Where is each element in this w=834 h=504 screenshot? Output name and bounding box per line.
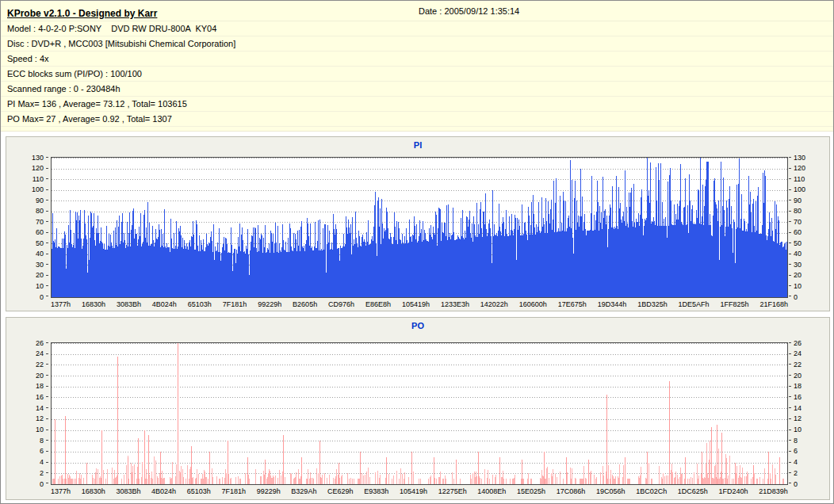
- x-axis-label: 1DE5AFh: [679, 300, 710, 308]
- y-axis-label: 90: [36, 197, 44, 204]
- po-y-axis-left: 02468101214161820222426: [8, 342, 49, 485]
- y-axis-tick: [46, 364, 48, 365]
- x-axis-label: 99229h: [258, 300, 281, 308]
- y-axis-tick: [46, 221, 48, 222]
- pi-chart-title: PI: [6, 140, 829, 150]
- y-axis-label: 100: [794, 186, 805, 193]
- y-axis-tick: [789, 418, 791, 419]
- y-axis-label: 80: [794, 208, 801, 215]
- y-axis-tick: [789, 375, 791, 376]
- y-axis-label: 18: [36, 383, 44, 390]
- y-axis-label: 0: [40, 481, 44, 488]
- pi-x-axis: 1377h16830h3083Bh4B024h65103h7F181h99229…: [51, 300, 788, 308]
- y-axis-tick: [789, 178, 791, 179]
- y-axis-tick: [46, 242, 48, 243]
- x-axis-label: 1377h: [51, 300, 71, 308]
- y-axis-tick: [46, 375, 48, 376]
- y-axis-tick: [789, 472, 791, 473]
- y-axis-label: 12: [794, 415, 801, 422]
- y-axis-label: 6: [40, 448, 44, 455]
- x-axis-label: 7F181h: [221, 487, 246, 495]
- x-axis-label: 16830h: [82, 487, 105, 495]
- info-scanned-range: Scanned range : 0 - 230484h: [1, 82, 833, 97]
- y-axis-label: 16: [794, 394, 801, 401]
- y-axis-label: 22: [794, 361, 801, 368]
- y-axis-label: 0: [794, 481, 798, 488]
- y-axis-tick: [46, 232, 48, 233]
- y-axis-label: 18: [794, 383, 801, 390]
- x-axis-label: 17E675h: [558, 300, 587, 308]
- y-axis-tick: [46, 189, 48, 190]
- x-axis-label: 19D344h: [598, 300, 627, 308]
- y-axis-tick: [46, 200, 48, 200]
- x-axis-label: 3083Bh: [116, 487, 140, 495]
- x-axis-label: 1377h: [51, 487, 71, 495]
- y-axis-tick: [789, 483, 791, 483]
- y-axis-tick: [789, 200, 791, 200]
- y-axis-tick: [789, 242, 791, 243]
- y-axis-label: 20: [36, 272, 44, 279]
- y-axis-tick: [789, 386, 791, 387]
- y-axis-tick: [789, 264, 791, 265]
- po-y-axis-right: 02468101214161820222426: [788, 342, 829, 485]
- y-axis-tick: [46, 440, 48, 441]
- y-axis-tick: [46, 264, 48, 265]
- x-axis-label: E86E8h: [365, 300, 391, 308]
- y-axis-label: 4: [794, 459, 798, 466]
- y-axis-label: 10: [794, 426, 801, 433]
- y-axis-label: 10: [794, 283, 801, 290]
- x-axis-label: 19C056h: [596, 487, 626, 495]
- x-axis-label: 1BD325h: [637, 300, 668, 308]
- pi-chart: PI 0102030405060708090100110120130 01020…: [6, 136, 830, 311]
- kprobe-window: KProbe v2.1.0 - Designed by Karr Date : …: [0, 0, 834, 504]
- x-axis-label: 160600h: [519, 300, 547, 308]
- x-axis-label: 99229h: [257, 487, 281, 495]
- x-axis-label: 1FF825h: [721, 300, 749, 308]
- info-model: Model : 4-0-2-0 P:SONY DVD RW DRU-800A K…: [1, 21, 833, 36]
- y-axis-label: 24: [36, 350, 44, 357]
- y-axis-tick: [46, 386, 48, 387]
- x-axis-label: 105419h: [402, 300, 430, 308]
- y-axis-tick: [46, 418, 48, 419]
- y-axis-label: 10: [36, 426, 44, 433]
- po-chart-title: PO: [6, 321, 829, 330]
- scan-date: Date : 2005/09/12 1:35:14: [419, 6, 519, 16]
- x-axis-label: 12275Eh: [438, 487, 467, 495]
- pi-plot-area: [51, 157, 788, 298]
- y-axis-tick: [789, 440, 791, 441]
- y-axis-tick: [46, 254, 48, 254]
- y-axis-tick: [789, 189, 791, 190]
- y-axis-label: 70: [794, 219, 801, 226]
- y-axis-tick: [789, 364, 791, 365]
- y-axis-tick: [789, 430, 791, 430]
- y-axis-label: 20: [794, 272, 801, 279]
- y-axis-label: 30: [794, 262, 801, 269]
- y-axis-label: 60: [36, 229, 44, 236]
- y-axis-label: 120: [794, 165, 805, 172]
- y-axis-label: 50: [36, 240, 44, 247]
- y-axis-label: 40: [794, 250, 801, 258]
- y-axis-label: 2: [794, 470, 798, 477]
- x-axis-label: 65103h: [188, 300, 212, 308]
- y-axis-tick: [46, 451, 48, 452]
- y-axis-label: 6: [794, 448, 798, 455]
- y-axis-label: 4: [40, 459, 44, 466]
- scan-info-header: KProbe v2.1.0 - Designed by Karr Date : …: [1, 1, 833, 132]
- y-axis-label: 60: [794, 229, 801, 236]
- x-axis-label: 1FD240h: [719, 487, 748, 495]
- x-axis-label: B2605h: [293, 300, 317, 308]
- y-axis-tick: [46, 472, 48, 473]
- y-axis-label: 24: [794, 350, 801, 357]
- y-axis-label: 100: [32, 186, 44, 193]
- y-axis-tick: [789, 342, 791, 343]
- po-chart: PO 02468101214161820222426 0246810121416…: [6, 317, 830, 500]
- x-axis-label: 21D839h: [759, 487, 788, 495]
- y-axis-tick: [789, 254, 791, 254]
- y-axis-tick: [789, 353, 791, 354]
- y-axis-tick: [789, 296, 791, 296]
- y-axis-label: 12: [36, 415, 44, 422]
- y-axis-label: 40: [36, 250, 44, 258]
- po-plot-area: [51, 342, 788, 485]
- y-axis-tick: [789, 285, 791, 286]
- pi-y-axis-right: 0102030405060708090100110120130: [788, 157, 829, 298]
